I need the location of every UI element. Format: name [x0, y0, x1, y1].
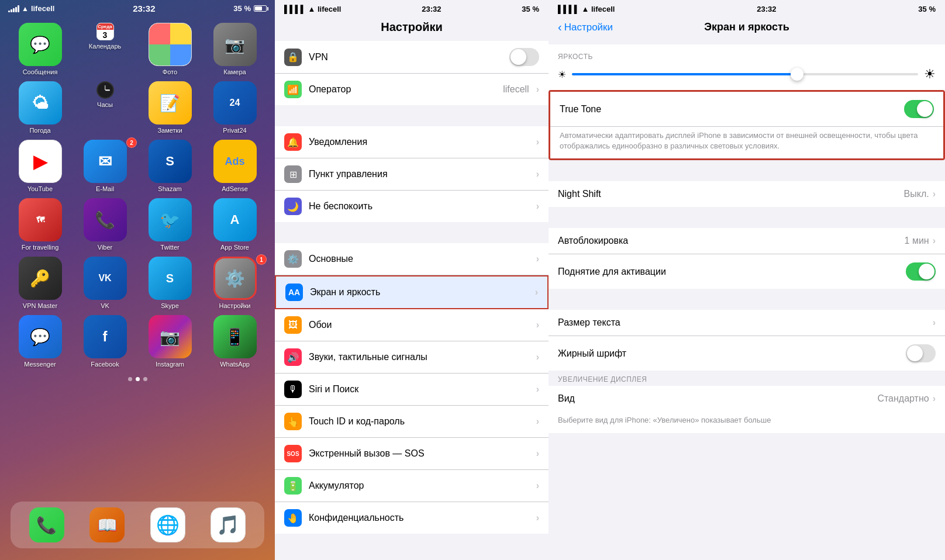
vk-icon[interactable]: VK — [84, 257, 127, 300]
back-label[interactable]: Настройки — [564, 22, 613, 33]
row-control-center[interactable]: ⊞ Пункт управления › — [275, 158, 549, 191]
calendar-icon[interactable]: Среда 3 — [96, 23, 114, 40]
row-bold[interactable]: Жирный шрифт — [549, 336, 945, 371]
true-tone-toggle[interactable] — [904, 100, 934, 118]
dnd-chevron: › — [536, 201, 539, 212]
dock-chrome[interactable]: 🌐 — [150, 507, 185, 542]
app-viber[interactable]: 📞 Viber — [75, 198, 134, 251]
viber-icon[interactable]: 📞 — [84, 198, 127, 241]
adsense-label: AdSense — [222, 185, 248, 192]
back-button[interactable]: ‹ Настройки — [558, 20, 613, 34]
chrome-dock-icon[interactable]: 🌐 — [150, 507, 185, 542]
appstore-icon[interactable]: A — [213, 198, 257, 241]
app-privat24[interactable]: 24 Privat24 — [205, 81, 264, 134]
messages-label: Сообщения — [23, 68, 58, 75]
whatsapp-icon[interactable]: 📱 — [213, 315, 257, 358]
app-calendar[interactable]: Среда 3 Календарь — [75, 23, 134, 75]
messages-icon[interactable]: 💬 — [19, 23, 62, 66]
raise-toggle[interactable] — [906, 262, 936, 281]
phone-dock-icon[interactable]: 📞 — [29, 507, 64, 542]
instagram-icon[interactable]: 📷 — [149, 315, 192, 358]
row-true-tone[interactable]: True Tone — [550, 92, 943, 127]
nav-header: ‹ Настройки Экран и яркость — [549, 16, 945, 39]
brightness-slider[interactable] — [572, 73, 918, 75]
dnd-label: Не беспокоить — [309, 201, 529, 212]
row-notifications[interactable]: 🔔 Уведомления › — [275, 126, 549, 158]
app-camera[interactable]: 📷 Камера — [205, 23, 264, 75]
notes-icon[interactable]: 📝 — [149, 81, 192, 125]
row-display[interactable]: AA Экран и яркость › — [275, 275, 549, 309]
app-twitter[interactable]: 🐦 Twitter — [140, 198, 199, 251]
app-email[interactable]: ✉ 2 E-Mail — [75, 140, 134, 192]
app-vpnmaster[interactable]: 🔑 VPN Master — [11, 257, 70, 309]
app-vk[interactable]: VK VK — [75, 257, 134, 309]
messenger-icon[interactable]: 💬 — [19, 315, 62, 358]
row-general[interactable]: ⚙️ Основные › — [275, 243, 549, 275]
vpnmaster-icon[interactable]: 🔑 — [19, 257, 62, 300]
twitter-icon[interactable]: 🐦 — [149, 198, 192, 241]
status-bar-brightness: ▌▌▌▌ ▲ lifecell 23:32 35 % — [549, 0, 945, 16]
fortravel-icon[interactable]: 🗺 — [19, 198, 62, 241]
app-whatsapp[interactable]: 📱 WhatsApp — [205, 315, 264, 368]
row-sounds[interactable]: 🔊 Звуки, тактильные сигналы › — [275, 341, 549, 374]
email-icon[interactable]: ✉ — [84, 140, 127, 183]
battery-brightness: 35 % — [918, 5, 936, 13]
app-settings[interactable]: ⚙️ 1 Настройки — [205, 257, 264, 309]
app-adsense[interactable]: Ads AdSense — [205, 140, 264, 192]
row-sos[interactable]: SOS Экстренный вызов — SOS › — [275, 438, 549, 470]
adsense-icon[interactable]: Ads — [213, 140, 257, 183]
app-messages[interactable]: 💬 Сообщения — [11, 23, 70, 75]
dock-music[interactable]: 🎵 — [211, 507, 246, 542]
app-skype[interactable]: S Skype — [140, 257, 199, 309]
section-display: ⚙️ Основные › AA Экран и яркость › 🖼 Обо… — [275, 243, 549, 534]
general-chevron: › — [536, 254, 539, 264]
vpn-toggle[interactable] — [509, 48, 539, 66]
row-battery[interactable]: 🔋 Аккумулятор › — [275, 470, 549, 502]
bold-toggle[interactable] — [906, 344, 936, 362]
privat24-icon[interactable]: 24 — [213, 81, 257, 125]
app-appstore[interactable]: A App Store — [205, 198, 264, 251]
true-tone-label: True Tone — [560, 104, 898, 115]
row-view[interactable]: Вид Стандартно › — [549, 386, 945, 412]
row-night-shift[interactable]: Night Shift Выкл. › — [549, 181, 945, 207]
row-vpn[interactable]: 🔒 VPN — [275, 41, 549, 74]
row-wallpaper[interactable]: 🖼 Обои › — [275, 309, 549, 341]
photos-icon[interactable] — [149, 23, 192, 66]
youtube-icon[interactable]: ▶ — [19, 140, 62, 183]
touchid-chevron: › — [536, 416, 539, 427]
row-privacy[interactable]: 🤚 Конфиденциальность › — [275, 502, 549, 534]
text-size-chevron: › — [933, 317, 936, 328]
dock-books[interactable]: 📖 — [89, 507, 125, 542]
dock-phone[interactable]: 📞 — [29, 507, 64, 542]
skype-icon[interactable]: S — [149, 257, 192, 300]
music-dock-icon[interactable]: 🎵 — [211, 507, 246, 542]
row-autolock[interactable]: Автоблокировка 1 мин › — [549, 228, 945, 254]
facebook-icon[interactable]: f — [84, 315, 127, 358]
wifi-icon: ▲ — [22, 5, 29, 13]
app-facebook[interactable]: f Facebook — [75, 315, 134, 368]
app-fortravel[interactable]: 🗺 For travelling — [11, 198, 70, 251]
app-weather[interactable]: 🌤 Погода — [11, 81, 70, 134]
settings-icon[interactable]: ⚙️ — [213, 257, 257, 300]
row-siri[interactable]: 🎙 Siri и Поиск › — [275, 374, 549, 406]
row-text-size[interactable]: Размер текста › — [549, 310, 945, 336]
app-youtube[interactable]: ▶ YouTube — [11, 140, 70, 192]
row-raise[interactable]: Поднятие для активации — [549, 254, 945, 289]
app-clock[interactable]: Часы — [75, 81, 134, 134]
clock-icon[interactable] — [96, 81, 114, 99]
shazam-icon[interactable]: S — [149, 140, 192, 183]
row-dnd[interactable]: 🌙 Не беспокоить › — [275, 191, 549, 222]
row-touchid[interactable]: 👆 Touch ID и код-пароль › — [275, 406, 549, 438]
row-carrier[interactable]: 📶 Оператор lifecell › — [275, 74, 549, 105]
weather-icon[interactable]: 🌤 — [19, 81, 62, 125]
apps-grid: 💬 Сообщения Среда 3 Календарь Фото 📷 — [0, 17, 275, 374]
app-messenger[interactable]: 💬 Messenger — [11, 315, 70, 368]
app-notes[interactable]: 📝 Заметки — [140, 81, 199, 134]
carrier-home: ▲ lifecell — [8, 4, 54, 13]
slider-thumb[interactable] — [791, 68, 803, 81]
camera-icon[interactable]: 📷 — [213, 23, 257, 66]
app-shazam[interactable]: S Shazam — [140, 140, 199, 192]
books-dock-icon[interactable]: 📖 — [89, 507, 125, 542]
app-instagram[interactable]: 📷 Instagram — [140, 315, 199, 368]
app-photos[interactable]: Фото — [140, 23, 199, 75]
